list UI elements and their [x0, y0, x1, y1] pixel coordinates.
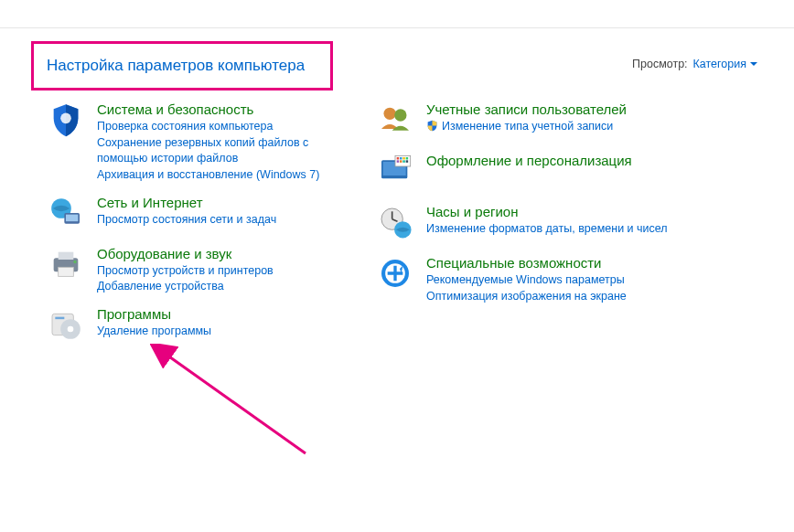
svg-point-10	[68, 326, 74, 333]
page-title: Настройка параметров компьютера	[31, 41, 333, 90]
category-link[interactable]: Проверка состояния компьютера	[97, 119, 357, 134]
svg-rect-23	[402, 160, 405, 163]
svg-rect-17	[397, 157, 400, 160]
category-clock-region: Часы и регион Изменение форматов даты, в…	[375, 204, 714, 244]
category-link[interactable]: Изменение типа учетной записи	[426, 119, 627, 134]
category-link[interactable]: Архивация и восстановление (Windows 7)	[97, 167, 357, 183]
category-user-accounts: Учетные записи пользователей Изменение т…	[375, 101, 714, 142]
chevron-down-icon	[750, 62, 757, 66]
category-accessibility: Специальные возможности Рекомендуемые Wi…	[375, 255, 714, 305]
svg-line-31	[166, 355, 306, 453]
uac-shield-icon	[426, 120, 438, 132]
category-title[interactable]: Оформление и персонализация	[426, 153, 632, 168]
globe-network-icon	[46, 195, 86, 235]
category-link[interactable]: Удаление программы	[97, 324, 211, 339]
category-link[interactable]: Просмотр состояния сети и задач	[97, 212, 276, 228]
category-programs: Программы Удаление программы	[46, 306, 357, 346]
view-by-label: Просмотр:	[632, 58, 688, 70]
category-appearance-personalization: Оформление и персонализация	[375, 153, 714, 193]
svg-rect-5	[59, 251, 74, 259]
category-link[interactable]: Сохранение резервных копий файлов с помо…	[97, 135, 357, 166]
category-system-security: Система и безопасность Проверка состояни…	[46, 101, 357, 184]
clock-globe-icon	[375, 204, 415, 244]
category-link[interactable]: Оптимизация изображения на экране	[426, 289, 627, 304]
category-link[interactable]: Просмотр устройств и принтеров	[97, 263, 274, 279]
shield-icon	[46, 101, 86, 142]
users-icon	[375, 101, 415, 142]
category-title[interactable]: Часы и регион	[426, 204, 668, 219]
svg-point-0	[60, 113, 71, 124]
category-link[interactable]: Изменение форматов даты, времени и чисел	[426, 221, 668, 237]
svg-rect-21	[397, 160, 400, 163]
svg-rect-19	[402, 157, 405, 160]
category-hardware-sound: Оборудование и звук Просмотр устройств и…	[46, 246, 357, 296]
category-title[interactable]: Специальные возможности	[426, 255, 627, 271]
svg-rect-3	[66, 214, 78, 221]
svg-rect-18	[400, 157, 402, 160]
svg-rect-11	[55, 317, 64, 320]
annotation-arrow	[150, 344, 333, 472]
view-by: Просмотр: Категория	[632, 58, 757, 70]
svg-rect-6	[59, 267, 74, 276]
category-network-internet: Сеть и Интернет Просмотр состояния сети …	[46, 195, 357, 235]
svg-rect-24	[406, 160, 409, 163]
category-title[interactable]: Сеть и Интернет	[97, 195, 276, 210]
svg-point-12	[384, 108, 396, 120]
svg-point-7	[73, 260, 76, 262]
category-link[interactable]: Добавление устройства	[97, 279, 274, 294]
accessibility-icon	[375, 255, 415, 295]
category-title[interactable]: Оборудование и звук	[97, 246, 274, 261]
svg-rect-22	[400, 160, 402, 163]
svg-point-13	[394, 109, 406, 121]
printer-icon	[46, 246, 86, 286]
view-by-value: Категория	[693, 58, 746, 70]
category-title[interactable]: Программы	[97, 306, 211, 322]
programs-icon	[46, 306, 86, 346]
category-title[interactable]: Система и безопасность	[97, 101, 357, 117]
monitor-colors-icon	[375, 153, 415, 193]
category-title[interactable]: Учетные записи пользователей	[426, 101, 627, 117]
view-by-dropdown[interactable]: Категория	[693, 58, 757, 70]
svg-rect-20	[406, 157, 409, 160]
category-link[interactable]: Рекомендуемые Windows параметры	[426, 272, 627, 288]
